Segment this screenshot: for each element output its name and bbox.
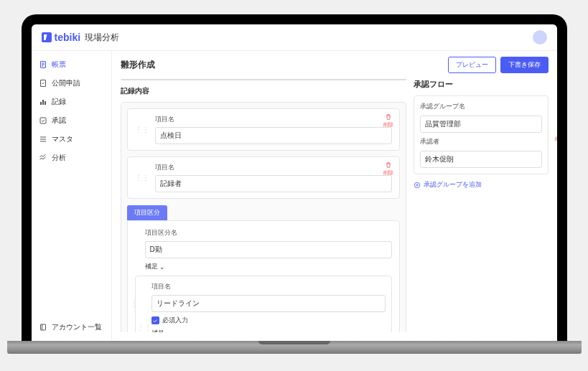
approval-card: 承認グループ名 品質管理部 承認者 鈴木促朗 削除 xyxy=(414,95,549,174)
sidebar-item-label: 分析 xyxy=(52,153,66,163)
approval-group-input[interactable]: 品質管理部 xyxy=(420,116,542,133)
chevron-down-icon: ⌄ xyxy=(166,330,172,333)
field-name-label: 項目名 xyxy=(151,282,386,291)
section-name-input[interactable]: D勤 xyxy=(145,241,392,258)
svg-rect-3 xyxy=(42,100,44,105)
field-name-input[interactable]: リードライン xyxy=(151,295,386,312)
svg-rect-2 xyxy=(40,102,42,105)
book-icon xyxy=(39,323,47,332)
section-name-label: 項目区分名 xyxy=(145,228,392,238)
section-card: ⋮⋮ 項目区分名 D勤 補足 ⌄ xyxy=(127,220,400,332)
approval-flow-title: 承認フロー xyxy=(414,79,549,90)
record-content-label: 記録内容 xyxy=(121,86,406,96)
sidebar-item-forms[interactable]: 帳票 xyxy=(32,55,111,74)
drag-handle-icon[interactable]: ⋮⋮ xyxy=(137,323,151,331)
trash-icon xyxy=(385,161,392,169)
drag-handle-icon[interactable]: ⋮⋮ xyxy=(135,174,149,182)
topbar: tebiki 現場分析 xyxy=(32,24,557,51)
sidebar-item-analysis[interactable]: 分析 xyxy=(32,149,111,167)
sidebar-item-publish[interactable]: 公開申請 xyxy=(32,74,111,93)
preview-button[interactable]: プレビュー xyxy=(448,57,496,73)
approver-input[interactable]: 鈴木促朗 xyxy=(420,151,542,168)
section-tab[interactable]: 項目区分 xyxy=(127,205,167,220)
brand-name: tebiki xyxy=(55,32,81,43)
logo: tebiki 現場分析 xyxy=(42,32,120,44)
sidebar-item-label: 公開申請 xyxy=(52,78,80,88)
required-label: 必須入力 xyxy=(162,316,188,325)
supplement-toggle[interactable]: 補足 ⌄ xyxy=(151,329,386,332)
sidebar-item-master[interactable]: マスタ xyxy=(32,130,111,149)
nested-field-card: ⋮⋮ 項目名 リードライン xyxy=(135,276,392,332)
chevron-down-icon: ⌄ xyxy=(159,263,165,271)
check-list-icon xyxy=(39,116,47,125)
title-input[interactable] xyxy=(121,79,406,80)
svg-rect-6 xyxy=(40,324,45,330)
delete-label: 削除 xyxy=(555,136,557,143)
approval-group-label: 承認グループ名 xyxy=(420,102,542,111)
doc-check-icon xyxy=(39,79,47,88)
field-name-label: 項目名 xyxy=(155,115,392,124)
trash-icon xyxy=(385,113,392,121)
sidebar-item-label: 帳票 xyxy=(52,60,66,70)
trend-icon xyxy=(39,154,47,162)
delete-button[interactable]: 削除 xyxy=(383,113,393,128)
delete-button[interactable]: 削除 xyxy=(383,161,393,177)
field-name-label: 項目名 xyxy=(155,163,392,172)
field-name-input[interactable]: 記録者 xyxy=(155,175,392,192)
check-icon xyxy=(152,318,158,324)
plus-circle-icon xyxy=(414,182,421,189)
sidebar-item-label: 承認 xyxy=(52,116,66,126)
supplement-toggle[interactable]: 補足 ⌄ xyxy=(145,262,392,271)
delete-button[interactable]: 削除 xyxy=(555,128,557,143)
bars-icon xyxy=(39,98,47,106)
sidebar: 帳票 公開申請 記録 承認 xyxy=(32,51,112,341)
list-icon xyxy=(39,135,47,144)
sidebar-item-accounts[interactable]: アカウント一覧 xyxy=(32,318,111,337)
field-name-input[interactable]: 点検日 xyxy=(155,127,392,144)
avatar[interactable] xyxy=(533,30,547,44)
save-button[interactable]: 下書き保存 xyxy=(500,57,549,73)
sidebar-item-approval[interactable]: 承認 xyxy=(32,111,111,130)
sidebar-item-label: マスタ xyxy=(52,134,73,144)
sidebar-item-label: アカウント一覧 xyxy=(52,322,102,332)
sidebar-item-records[interactable]: 記録 xyxy=(32,93,111,111)
field-card: ⋮⋮ 項目名 記録者 削除 xyxy=(127,156,400,199)
doc-icon xyxy=(39,60,47,69)
svg-rect-4 xyxy=(45,101,46,105)
delete-label: 削除 xyxy=(383,121,393,128)
delete-label: 削除 xyxy=(383,169,393,177)
trash-icon xyxy=(556,128,557,135)
field-group: ⋮⋮ 項目名 点検日 削除 xyxy=(121,102,406,332)
laptop-base xyxy=(7,341,582,354)
sidebar-item-label: 記録 xyxy=(52,97,66,107)
brand-sub: 現場分析 xyxy=(85,32,119,44)
logo-icon xyxy=(42,32,52,42)
drag-handle-icon[interactable]: ⋮⋮ xyxy=(135,126,149,133)
add-approval-group-button[interactable]: 承認グループを追加 xyxy=(414,180,549,189)
field-card: ⋮⋮ 項目名 点検日 削除 xyxy=(127,108,400,151)
page-title: 雛形作成 xyxy=(121,59,155,71)
approver-label: 承認者 xyxy=(420,137,542,146)
required-checkbox[interactable] xyxy=(151,316,159,324)
svg-rect-5 xyxy=(40,118,46,123)
